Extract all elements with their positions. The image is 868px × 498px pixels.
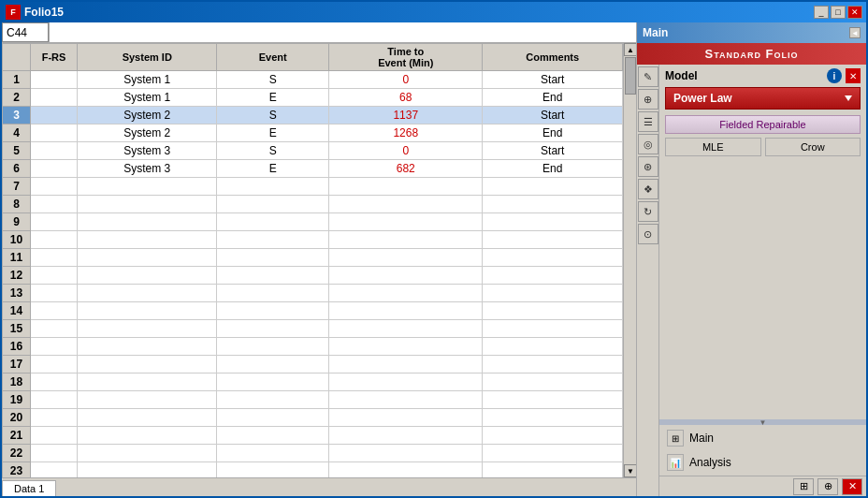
cell-frs-9[interactable] [31,213,78,231]
cell-event-23[interactable] [217,462,329,478]
cell-comments-19[interactable] [483,391,623,409]
cell-event-9[interactable] [217,213,329,231]
cell-frs-3[interactable] [31,107,78,124]
cell-event-3[interactable]: S [217,107,329,124]
tool-btn-0[interactable]: ✎ [638,66,658,87]
cell-sysid-3[interactable]: System 2 [78,107,217,124]
cell-sysid-12[interactable] [78,267,217,285]
cell-sysid-16[interactable] [78,338,217,356]
cell-frs-10[interactable] [31,231,78,249]
cell-time-3[interactable]: 1137 [329,107,483,124]
cell-frs-1[interactable] [31,71,78,89]
cell-comments-1[interactable]: Start [483,71,623,89]
cell-sysid-10[interactable] [78,231,217,249]
cell-sysid-11[interactable] [78,249,217,267]
tool-btn-3[interactable]: ◎ [638,134,658,154]
cell-frs-13[interactable] [31,285,78,302]
cell-event-8[interactable] [217,196,329,213]
cell-comments-9[interactable] [483,213,623,231]
cell-event-12[interactable] [217,267,329,285]
cell-time-18[interactable] [329,374,483,391]
cell-sysid-20[interactable] [78,409,217,427]
cell-comments-10[interactable] [483,231,623,249]
cell-time-12[interactable] [329,267,483,285]
data-tab-1[interactable]: Data 1 [2,480,56,496]
cell-time-10[interactable] [329,231,483,249]
cell-frs-20[interactable] [31,409,78,427]
cell-frs-12[interactable] [31,267,78,285]
scroll-up-button[interactable]: ▲ [624,43,636,56]
cell-time-2[interactable]: 68 [329,89,483,107]
cell-frs-6[interactable] [31,160,78,178]
cell-event-21[interactable] [217,427,329,445]
cell-event-18[interactable] [217,374,329,391]
tool-btn-6[interactable]: ↻ [638,201,658,222]
collapse-button[interactable]: ◄ [849,27,861,38]
cell-event-22[interactable] [217,445,329,462]
mle-button[interactable]: MLE [665,138,761,156]
cell-comments-16[interactable] [483,338,623,356]
cell-time-11[interactable] [329,249,483,267]
cell-comments-21[interactable] [483,427,623,445]
cell-frs-8[interactable] [31,196,78,213]
cell-event-20[interactable] [217,409,329,427]
cell-event-4[interactable]: E [217,124,329,142]
cell-sysid-13[interactable] [78,285,217,302]
cell-event-2[interactable]: E [217,89,329,107]
cell-sysid-1[interactable]: System 1 [78,71,217,89]
cell-event-6[interactable]: E [217,160,329,178]
cell-event-17[interactable] [217,356,329,374]
cell-time-21[interactable] [329,427,483,445]
cell-frs-17[interactable] [31,356,78,374]
cell-time-23[interactable] [329,462,483,478]
cell-time-6[interactable]: 682 [329,160,483,178]
cell-comments-13[interactable] [483,285,623,302]
tool-btn-4[interactable]: ⊛ [638,156,658,177]
cell-time-13[interactable] [329,285,483,302]
cell-comments-7[interactable] [483,178,623,196]
cell-event-11[interactable] [217,249,329,267]
cell-comments-8[interactable] [483,196,623,213]
cell-comments-15[interactable] [483,320,623,338]
cell-frs-22[interactable] [31,445,78,462]
cell-comments-22[interactable] [483,445,623,462]
crow-button[interactable]: Crow [765,138,861,156]
cell-event-7[interactable] [217,178,329,196]
cell-time-7[interactable] [329,178,483,196]
cell-sysid-22[interactable] [78,445,217,462]
cell-frs-14[interactable] [31,302,78,320]
cell-frs-23[interactable] [31,462,78,478]
cell-comments-5[interactable]: Start [483,142,623,160]
cell-event-5[interactable]: S [217,142,329,160]
nav-item-main[interactable]: ⊞ Main [663,427,862,449]
cell-event-15[interactable] [217,320,329,338]
cell-event-16[interactable] [217,338,329,356]
cell-frs-7[interactable] [31,178,78,196]
cell-time-15[interactable] [329,320,483,338]
maximize-button[interactable]: □ [831,6,846,19]
cell-sysid-7[interactable] [78,178,217,196]
cell-time-19[interactable] [329,391,483,409]
info-icon[interactable]: i [827,68,842,83]
cell-frs-4[interactable] [31,124,78,142]
cell-comments-3[interactable]: Start [483,107,623,124]
nav-item-analysis[interactable]: 📊 Analysis [663,451,862,474]
scroll-thumb[interactable] [625,57,636,95]
cell-time-1[interactable]: 0 [329,71,483,89]
cell-comments-17[interactable] [483,356,623,374]
power-law-button[interactable]: Power Law [665,87,861,110]
cell-comments-12[interactable] [483,267,623,285]
tool-btn-1[interactable]: ⊕ [638,89,658,110]
cell-frs-5[interactable] [31,142,78,160]
cell-sysid-18[interactable] [78,374,217,391]
status-btn-1[interactable]: ⊞ [793,478,814,495]
cell-frs-11[interactable] [31,249,78,267]
cell-sysid-9[interactable] [78,213,217,231]
cell-sysid-14[interactable] [78,302,217,320]
scroll-down-button[interactable]: ▼ [624,464,636,477]
cell-sysid-21[interactable] [78,427,217,445]
cell-event-1[interactable]: S [217,71,329,89]
tool-btn-5[interactable]: ❖ [638,179,658,199]
cell-sysid-23[interactable] [78,462,217,478]
cell-frs-2[interactable] [31,89,78,107]
